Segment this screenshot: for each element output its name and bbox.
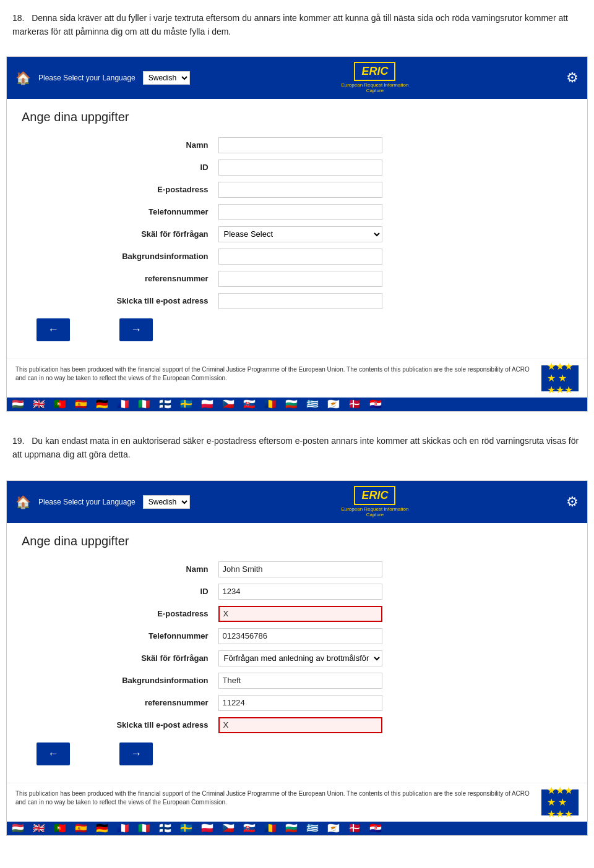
field-label-id-2: ID — [22, 581, 213, 603]
disclaimer-text-2: This publication has been produced with … — [15, 789, 534, 807]
flag-es-2: 🇪🇸 — [71, 823, 91, 834]
app-panel-1: 🏠 Please Select your Language Swedish ER… — [6, 56, 588, 412]
disclaimer-text-1: This publication has been produced with … — [15, 365, 534, 383]
phone-input-2[interactable] — [218, 628, 382, 644]
home-icon[interactable]: 🏠 — [15, 70, 31, 85]
flags-strip-2: 🇭🇺 🇬🇧 🇵🇹 🇪🇸 🇩🇪 🇫🇷 🇮🇹 🇫🇮 🇸🇪 🇵🇱 🇨🇿 🇸🇰 🇷🇴 🇧… — [7, 822, 587, 835]
reason-select[interactable]: Please Select Förfrågan med anledning av… — [218, 226, 382, 242]
back-button-1[interactable]: ← — [37, 318, 70, 341]
sendto-input-2[interactable] — [218, 717, 382, 733]
flag-se-2: 🇸🇪 — [176, 823, 196, 834]
flag-hu: 🇭🇺 — [8, 399, 28, 410]
flag-fr: 🇫🇷 — [113, 399, 133, 410]
eric-logo-subtitle: European Request Information Capture — [338, 82, 412, 94]
flag-fr-2: 🇫🇷 — [113, 823, 133, 834]
eu-stars-1: ★★★★ ★★★★ — [547, 360, 573, 396]
table-row: ID — [22, 156, 572, 179]
flag-de: 🇩🇪 — [92, 399, 112, 410]
language-select[interactable]: Swedish — [143, 71, 190, 85]
table-row: Skäl för förfrågan Please Select Förfråg… — [22, 223, 572, 245]
eric-logo: ERIC European Request Information Captur… — [338, 62, 412, 94]
id-input-2[interactable] — [218, 584, 382, 600]
table-row: Namn — [22, 134, 572, 156]
eric-logo-subtitle-2: European Request Information Capture — [338, 506, 412, 518]
back-button-2[interactable]: ← — [37, 742, 70, 765]
form-area-2: Ange dina uppgifter Namn ID — [7, 523, 587, 783]
form-title-1: Ange dina uppgifter — [22, 110, 572, 124]
eu-flag-2: ★★★★ ★★★★ — [541, 789, 579, 815]
language-select-2[interactable]: Swedish — [143, 495, 190, 509]
gear-icon[interactable]: ⚙ — [566, 70, 579, 86]
field-label-sendto: Skicka till e-post adress — [22, 290, 213, 312]
section-19-text: 19. Du kan endast mata in en auktorisera… — [12, 434, 582, 462]
footer-disclaimer-2: This publication has been produced with … — [7, 783, 587, 822]
section-19-number: 19. — [12, 436, 24, 446]
nav-buttons-2: ← → — [22, 736, 572, 772]
refnum-input[interactable] — [218, 271, 382, 287]
namn-input[interactable] — [218, 137, 382, 153]
flag-bg: 🇧🇬 — [282, 399, 301, 410]
table-row: Skicka till e-post adress — [22, 714, 572, 736]
flag-de-2: 🇩🇪 — [92, 823, 112, 834]
field-label-namn: Namn — [22, 134, 213, 156]
footer-disclaimer-1: This publication has been produced with … — [7, 359, 587, 398]
language-label: Please Select your Language — [38, 74, 136, 82]
field-input-cell-phone — [213, 201, 572, 223]
refnum-input-2[interactable] — [218, 695, 382, 711]
table-row: E-postadress — [22, 179, 572, 201]
namn-input-2[interactable] — [218, 561, 382, 577]
flag-es: 🇪🇸 — [71, 399, 91, 410]
flag-bg-2: 🇧🇬 — [282, 823, 301, 834]
field-label-refnum: referensnummer — [22, 268, 213, 290]
home-icon-2[interactable]: 🏠 — [15, 495, 31, 509]
form-table-2: Namn ID E-postadress — [22, 558, 572, 736]
section-19-wrapper: 19. Du kan endast mata in en auktorisera… — [0, 423, 594, 480]
section-19-body: Du kan endast mata in en auktoriserad sä… — [12, 436, 579, 459]
flag-hr-2: 🇭🇷 — [366, 823, 385, 834]
flag-cy: 🇨🇾 — [324, 399, 343, 410]
flag-dk-2: 🇩🇰 — [345, 823, 364, 834]
flag-ro: 🇷🇴 — [260, 399, 280, 410]
table-row: referensnummer — [22, 268, 572, 290]
field-label-phone-2: Telefonnummer — [22, 625, 213, 647]
eric-logo-box-2: ERIC — [354, 486, 395, 505]
field-input-cell-namn-2 — [213, 558, 572, 581]
email-input-2[interactable] — [218, 606, 382, 622]
field-label-email-2: E-postadress — [22, 603, 213, 625]
flag-cz-2: 🇨🇿 — [218, 823, 238, 834]
table-row: E-postadress — [22, 603, 572, 625]
background-input[interactable] — [218, 249, 382, 265]
table-row: Skäl för förfrågan Please Select Förfråg… — [22, 647, 572, 670]
eu-stars-2: ★★★★ ★★★★ — [547, 785, 573, 820]
email-input[interactable] — [218, 182, 382, 198]
section-18-text: 18. Denna sida kräver att du fyller i va… — [12, 11, 582, 39]
field-label-refnum-2: referensnummer — [22, 692, 213, 714]
flag-sk: 🇸🇰 — [239, 399, 259, 410]
next-button-2[interactable]: → — [119, 742, 153, 765]
app-header-1: 🏠 Please Select your Language Swedish ER… — [7, 57, 587, 99]
section-18-number: 18. — [12, 13, 24, 23]
form-title-2: Ange dina uppgifter — [22, 534, 572, 548]
flag-fi-2: 🇫🇮 — [155, 823, 175, 834]
field-input-cell-email-2 — [213, 603, 572, 625]
eric-logo-2: ERIC European Request Information Captur… — [338, 486, 412, 518]
id-input[interactable] — [218, 160, 382, 176]
background-input-2[interactable] — [218, 673, 382, 689]
table-row: ID — [22, 581, 572, 603]
flag-gr-2: 🇬🇷 — [303, 823, 322, 834]
phone-input[interactable] — [218, 204, 382, 220]
flag-pt: 🇵🇹 — [50, 399, 70, 410]
table-row: Bakgrundsinformation — [22, 670, 572, 692]
flag-it-2: 🇮🇹 — [134, 823, 154, 834]
reason-select-2[interactable]: Please Select Förfrågan med anledning av… — [218, 650, 382, 666]
section-18-body: Denna sida kräver att du fyller i varje … — [12, 13, 568, 36]
next-button-1[interactable]: → — [119, 318, 153, 341]
flag-hu-2: 🇭🇺 — [8, 823, 28, 834]
table-row: referensnummer — [22, 692, 572, 714]
language-label-2: Please Select your Language — [38, 498, 136, 506]
section-18-wrapper: 18. Denna sida kräver att du fyller i va… — [0, 0, 594, 56]
gear-icon-2[interactable]: ⚙ — [566, 494, 579, 510]
field-label-namn-2: Namn — [22, 558, 213, 581]
sendto-input[interactable] — [218, 293, 382, 309]
app-panel-2: 🏠 Please Select your Language Swedish ER… — [6, 480, 588, 836]
